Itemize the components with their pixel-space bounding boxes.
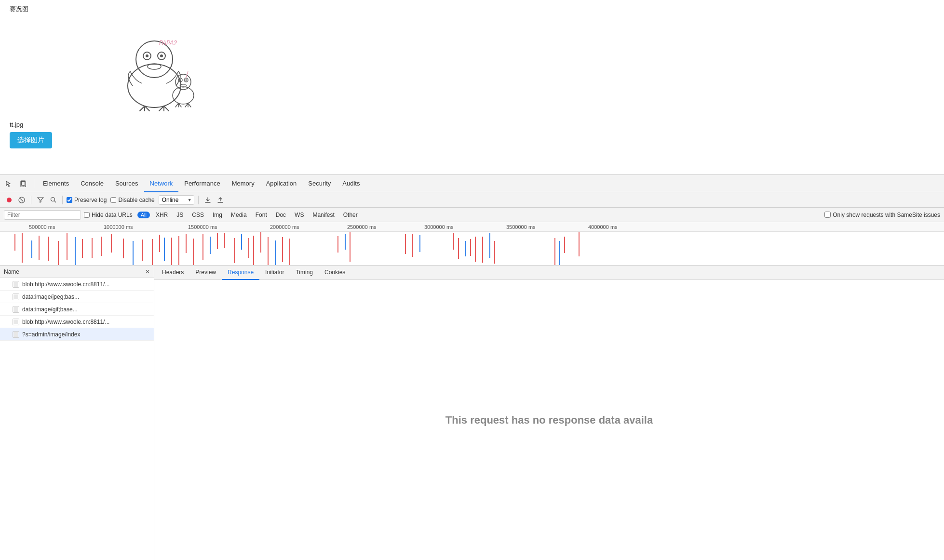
timeline-label-1: 1000000 ms [104,224,133,230]
filter-doc[interactable]: Doc [273,211,289,219]
item-text-2: data:image/jpeg;bas... [22,293,150,300]
detail-tabs: Headers Preview Response Initiator Timin… [154,266,944,280]
item-icon-4 [13,319,19,325]
svg-rect-30 [13,332,18,337]
tab-performance[interactable]: Performance [178,175,226,192]
filter-media[interactable]: Media [228,211,250,219]
filter-xhr[interactable]: XHR [153,211,171,219]
filter-input[interactable] [4,210,81,220]
filter-ws[interactable]: WS [292,211,307,219]
request-item-1[interactable]: blob:http://www.swoole.cn:8811/... [0,278,154,291]
toolbar-sep1 [31,196,31,204]
filter-icon[interactable] [35,195,46,205]
timeline-labels: 500000 ms 1000000 ms 1500000 ms 2000000 … [0,222,944,232]
item-text-5: ?s=admin/image/index [22,331,150,338]
request-item-4[interactable]: blob:http://www.swoole.cn:8811/... [0,316,154,328]
filter-img[interactable]: Img [210,211,225,219]
item-checkbox-4 [4,319,10,325]
detail-tab-preview[interactable]: Preview [189,266,222,280]
tab-separator [34,179,34,188]
import-button[interactable] [202,195,213,205]
filter-other[interactable]: Other [340,211,361,219]
svg-line-23 [54,201,56,203]
detail-tab-headers[interactable]: Headers [156,266,189,280]
tab-elements[interactable]: Elements [37,175,75,192]
filter-bar: Hide data URLs All XHR JS CSS Img Media … [0,208,944,222]
timeline-label-0: 500000 ms [29,224,55,230]
no-response-message: This request has no response data availa [445,414,653,427]
svg-line-21 [20,199,23,201]
item-checkbox-1 [4,281,10,287]
timeline-label-6: 3500000 ms [506,224,536,230]
hide-data-urls-checkbox[interactable]: Hide data URLs [84,212,133,218]
item-icon-1 [13,281,19,288]
tab-network[interactable]: Network [144,175,179,192]
request-item-5[interactable]: ?s=admin/image/index [0,328,154,341]
item-text-3: data:image/gif;base... [22,306,150,313]
tab-console[interactable]: Console [75,175,109,192]
request-list-header: Name ✕ [0,266,154,278]
toolbar-sep2 [62,196,63,204]
svg-rect-28 [13,307,18,312]
filter-js[interactable]: JS [174,211,186,219]
tab-application[interactable]: Application [260,175,303,192]
page-title: 赛况图 [10,5,934,13]
detail-tab-cookies[interactable]: Cookies [319,266,351,280]
item-checkbox-5 [4,332,10,337]
network-timeline: 500000 ms 1000000 ms 1500000 ms 2000000 … [0,222,944,266]
filter-manifest[interactable]: Manifest [310,211,337,219]
page-content: 赛况图 [0,0,944,178]
svg-rect-27 [13,294,18,299]
search-button[interactable] [48,195,58,205]
tab-audits[interactable]: Audits [337,175,365,192]
disable-cache-checkbox[interactable]: Disable cache [110,197,154,203]
item-icon-3 [13,306,19,313]
samesite-checkbox[interactable]: Only show requests with SameSite issues [824,212,940,218]
item-icon-2 [13,293,19,300]
svg-point-5 [160,54,163,57]
throttle-select[interactable]: Online Fast 3G Slow 3G Offline [159,195,194,205]
devtools-tabs-bar: Elements Console Sources Network Perform… [0,175,944,192]
svg-point-1 [136,41,173,78]
svg-rect-17 [22,181,25,185]
devtools-panel: Elements Console Sources Network Perform… [0,174,944,560]
detail-tab-initiator[interactable]: Initiator [259,266,290,280]
item-checkbox-2 [4,294,10,300]
detail-tab-timing[interactable]: Timing [290,266,319,280]
clear-button[interactable] [16,195,27,205]
item-text-1: blob:http://www.swoole.cn:8811/... [22,281,150,288]
request-item-2[interactable]: data:image/jpeg;bas... [0,291,154,303]
svg-point-0 [128,64,181,107]
cursor-icon[interactable] [2,177,15,190]
tab-sources[interactable]: Sources [109,175,144,192]
tab-security[interactable]: Security [302,175,337,192]
name-column-header: Name [0,268,141,275]
file-name: tt.jpg [10,121,934,128]
svg-rect-26 [13,282,18,287]
filter-all-badge[interactable]: All [137,212,150,218]
timeline-label-7: 4000000 ms [588,224,618,230]
close-detail-button[interactable]: ✕ [141,268,154,275]
filter-css[interactable]: CSS [189,211,207,219]
duck-image: PAPA? [116,18,828,116]
svg-point-19 [7,198,12,202]
select-image-button[interactable]: 选择图片 [10,132,52,148]
detail-tab-response[interactable]: Response [222,266,259,280]
network-toolbar: Preserve log Disable cache Online Fast 3… [0,192,944,208]
toolbar-sep3 [198,196,199,204]
preserve-log-checkbox[interactable]: Preserve log [67,197,107,203]
tab-memory[interactable]: Memory [226,175,260,192]
response-panel: Headers Preview Response Initiator Timin… [154,266,944,560]
timeline-label-4: 2500000 ms [347,224,377,230]
export-button[interactable] [215,195,226,205]
timeline-label-5: 3000000 ms [424,224,454,230]
filter-font[interactable]: Font [253,211,270,219]
svg-point-12 [186,80,187,81]
request-list: Name ✕ blob:http://www.swoole.cn:8811/..… [0,266,154,560]
record-button[interactable] [4,195,14,205]
response-content: This request has no response data availa [154,280,944,560]
request-item-3[interactable]: data:image/gif;base... [0,303,154,316]
svg-point-3 [146,54,148,57]
device-icon[interactable] [16,177,30,190]
timeline-label-2: 1500000 ms [188,224,217,230]
